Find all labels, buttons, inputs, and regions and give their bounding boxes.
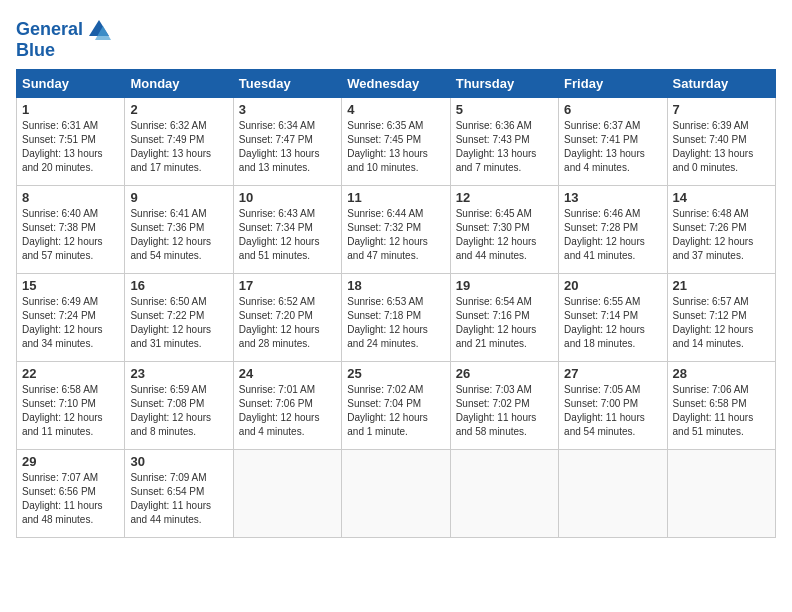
day-cell-26: 26 Sunrise: 7:03 AMSunset: 7:02 PMDaylig… — [450, 362, 558, 450]
day-detail: Sunrise: 6:36 AMSunset: 7:43 PMDaylight:… — [456, 120, 537, 173]
day-detail: Sunrise: 7:06 AMSunset: 6:58 PMDaylight:… — [673, 384, 754, 437]
day-number: 19 — [456, 278, 553, 293]
logo-text: General — [16, 20, 83, 40]
calendar-header-row: SundayMondayTuesdayWednesdayThursdayFrid… — [17, 70, 776, 98]
day-number: 14 — [673, 190, 770, 205]
day-cell-13: 13 Sunrise: 6:46 AMSunset: 7:28 PMDaylig… — [559, 186, 667, 274]
day-cell-15: 15 Sunrise: 6:49 AMSunset: 7:24 PMDaylig… — [17, 274, 125, 362]
day-detail: Sunrise: 7:05 AMSunset: 7:00 PMDaylight:… — [564, 384, 645, 437]
calendar-week-4: 29 Sunrise: 7:07 AMSunset: 6:56 PMDaylig… — [17, 450, 776, 538]
day-cell-27: 27 Sunrise: 7:05 AMSunset: 7:00 PMDaylig… — [559, 362, 667, 450]
day-number: 17 — [239, 278, 336, 293]
day-detail: Sunrise: 6:59 AMSunset: 7:08 PMDaylight:… — [130, 384, 211, 437]
day-detail: Sunrise: 6:34 AMSunset: 7:47 PMDaylight:… — [239, 120, 320, 173]
day-number: 26 — [456, 366, 553, 381]
day-detail: Sunrise: 6:53 AMSunset: 7:18 PMDaylight:… — [347, 296, 428, 349]
day-cell-20: 20 Sunrise: 6:55 AMSunset: 7:14 PMDaylig… — [559, 274, 667, 362]
day-cell-7: 7 Sunrise: 6:39 AMSunset: 7:40 PMDayligh… — [667, 98, 775, 186]
calendar-week-1: 8 Sunrise: 6:40 AMSunset: 7:38 PMDayligh… — [17, 186, 776, 274]
day-cell-18: 18 Sunrise: 6:53 AMSunset: 7:18 PMDaylig… — [342, 274, 450, 362]
calendar-table: SundayMondayTuesdayWednesdayThursdayFrid… — [16, 69, 776, 538]
day-cell-12: 12 Sunrise: 6:45 AMSunset: 7:30 PMDaylig… — [450, 186, 558, 274]
day-number: 18 — [347, 278, 444, 293]
day-cell-19: 19 Sunrise: 6:54 AMSunset: 7:16 PMDaylig… — [450, 274, 558, 362]
day-cell-1: 1 Sunrise: 6:31 AMSunset: 7:51 PMDayligh… — [17, 98, 125, 186]
day-detail: Sunrise: 6:58 AMSunset: 7:10 PMDaylight:… — [22, 384, 103, 437]
day-detail: Sunrise: 6:40 AMSunset: 7:38 PMDaylight:… — [22, 208, 103, 261]
day-detail: Sunrise: 6:52 AMSunset: 7:20 PMDaylight:… — [239, 296, 320, 349]
day-cell-25: 25 Sunrise: 7:02 AMSunset: 7:04 PMDaylig… — [342, 362, 450, 450]
empty-cell — [559, 450, 667, 538]
day-detail: Sunrise: 6:48 AMSunset: 7:26 PMDaylight:… — [673, 208, 754, 261]
day-number: 7 — [673, 102, 770, 117]
day-detail: Sunrise: 7:09 AMSunset: 6:54 PMDaylight:… — [130, 472, 211, 525]
day-detail: Sunrise: 6:45 AMSunset: 7:30 PMDaylight:… — [456, 208, 537, 261]
empty-cell — [450, 450, 558, 538]
day-number: 16 — [130, 278, 227, 293]
day-cell-5: 5 Sunrise: 6:36 AMSunset: 7:43 PMDayligh… — [450, 98, 558, 186]
day-number: 30 — [130, 454, 227, 469]
weekday-header-friday: Friday — [559, 70, 667, 98]
day-number: 12 — [456, 190, 553, 205]
day-number: 10 — [239, 190, 336, 205]
day-detail: Sunrise: 7:03 AMSunset: 7:02 PMDaylight:… — [456, 384, 537, 437]
day-detail: Sunrise: 7:02 AMSunset: 7:04 PMDaylight:… — [347, 384, 428, 437]
day-number: 22 — [22, 366, 119, 381]
day-number: 3 — [239, 102, 336, 117]
day-number: 2 — [130, 102, 227, 117]
empty-cell — [667, 450, 775, 538]
logo-icon — [85, 16, 113, 44]
weekday-header-saturday: Saturday — [667, 70, 775, 98]
day-number: 13 — [564, 190, 661, 205]
day-cell-22: 22 Sunrise: 6:58 AMSunset: 7:10 PMDaylig… — [17, 362, 125, 450]
day-cell-10: 10 Sunrise: 6:43 AMSunset: 7:34 PMDaylig… — [233, 186, 341, 274]
day-detail: Sunrise: 6:39 AMSunset: 7:40 PMDaylight:… — [673, 120, 754, 173]
weekday-header-wednesday: Wednesday — [342, 70, 450, 98]
day-cell-21: 21 Sunrise: 6:57 AMSunset: 7:12 PMDaylig… — [667, 274, 775, 362]
day-detail: Sunrise: 6:31 AMSunset: 7:51 PMDaylight:… — [22, 120, 103, 173]
calendar-week-3: 22 Sunrise: 6:58 AMSunset: 7:10 PMDaylig… — [17, 362, 776, 450]
day-number: 29 — [22, 454, 119, 469]
day-number: 24 — [239, 366, 336, 381]
day-number: 5 — [456, 102, 553, 117]
day-cell-28: 28 Sunrise: 7:06 AMSunset: 6:58 PMDaylig… — [667, 362, 775, 450]
day-number: 6 — [564, 102, 661, 117]
day-number: 21 — [673, 278, 770, 293]
day-cell-29: 29 Sunrise: 7:07 AMSunset: 6:56 PMDaylig… — [17, 450, 125, 538]
day-number: 27 — [564, 366, 661, 381]
weekday-header-tuesday: Tuesday — [233, 70, 341, 98]
day-detail: Sunrise: 6:43 AMSunset: 7:34 PMDaylight:… — [239, 208, 320, 261]
day-number: 9 — [130, 190, 227, 205]
day-detail: Sunrise: 6:41 AMSunset: 7:36 PMDaylight:… — [130, 208, 211, 261]
day-detail: Sunrise: 7:01 AMSunset: 7:06 PMDaylight:… — [239, 384, 320, 437]
logo: General Blue — [16, 16, 113, 61]
day-detail: Sunrise: 6:37 AMSunset: 7:41 PMDaylight:… — [564, 120, 645, 173]
page-header: General Blue — [16, 16, 776, 61]
day-cell-23: 23 Sunrise: 6:59 AMSunset: 7:08 PMDaylig… — [125, 362, 233, 450]
day-number: 25 — [347, 366, 444, 381]
day-cell-24: 24 Sunrise: 7:01 AMSunset: 7:06 PMDaylig… — [233, 362, 341, 450]
day-cell-30: 30 Sunrise: 7:09 AMSunset: 6:54 PMDaylig… — [125, 450, 233, 538]
day-number: 23 — [130, 366, 227, 381]
day-number: 15 — [22, 278, 119, 293]
day-detail: Sunrise: 6:54 AMSunset: 7:16 PMDaylight:… — [456, 296, 537, 349]
empty-cell — [342, 450, 450, 538]
day-cell-6: 6 Sunrise: 6:37 AMSunset: 7:41 PMDayligh… — [559, 98, 667, 186]
day-cell-9: 9 Sunrise: 6:41 AMSunset: 7:36 PMDayligh… — [125, 186, 233, 274]
day-detail: Sunrise: 6:35 AMSunset: 7:45 PMDaylight:… — [347, 120, 428, 173]
day-detail: Sunrise: 6:50 AMSunset: 7:22 PMDaylight:… — [130, 296, 211, 349]
day-detail: Sunrise: 6:32 AMSunset: 7:49 PMDaylight:… — [130, 120, 211, 173]
weekday-header-monday: Monday — [125, 70, 233, 98]
calendar-week-0: 1 Sunrise: 6:31 AMSunset: 7:51 PMDayligh… — [17, 98, 776, 186]
day-number: 11 — [347, 190, 444, 205]
day-cell-17: 17 Sunrise: 6:52 AMSunset: 7:20 PMDaylig… — [233, 274, 341, 362]
day-cell-3: 3 Sunrise: 6:34 AMSunset: 7:47 PMDayligh… — [233, 98, 341, 186]
day-cell-2: 2 Sunrise: 6:32 AMSunset: 7:49 PMDayligh… — [125, 98, 233, 186]
day-number: 8 — [22, 190, 119, 205]
day-cell-4: 4 Sunrise: 6:35 AMSunset: 7:45 PMDayligh… — [342, 98, 450, 186]
empty-cell — [233, 450, 341, 538]
day-cell-14: 14 Sunrise: 6:48 AMSunset: 7:26 PMDaylig… — [667, 186, 775, 274]
day-cell-11: 11 Sunrise: 6:44 AMSunset: 7:32 PMDaylig… — [342, 186, 450, 274]
weekday-header-sunday: Sunday — [17, 70, 125, 98]
day-detail: Sunrise: 6:44 AMSunset: 7:32 PMDaylight:… — [347, 208, 428, 261]
